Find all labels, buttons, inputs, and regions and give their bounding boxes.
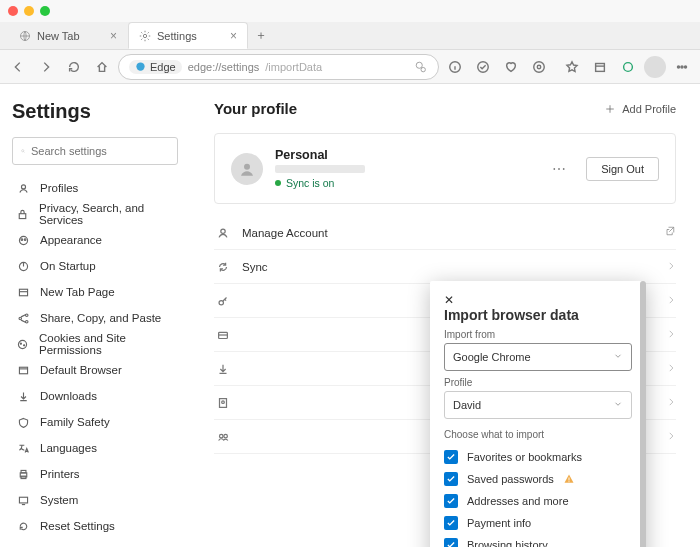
- close-icon[interactable]: ×: [230, 29, 237, 43]
- sync-dot-icon: [275, 180, 281, 186]
- svg-point-14: [22, 150, 24, 152]
- search-settings[interactable]: [12, 137, 178, 165]
- sidebar-item-appearance[interactable]: Appearance: [12, 227, 178, 253]
- page-title: Your profile: [214, 100, 297, 117]
- sidebar-item-label: Profiles: [40, 182, 78, 194]
- chevron-down-icon: [613, 399, 623, 411]
- sidebar-item-on-startup[interactable]: On Startup: [12, 253, 178, 279]
- external-link-icon: [664, 225, 676, 240]
- import-from-label: Import from: [444, 329, 632, 340]
- profile-card: Personal Sync is on ⋯ Sign Out: [214, 133, 676, 204]
- sidebar-item-label: Appearance: [40, 234, 102, 246]
- window-min-dot[interactable]: [24, 6, 34, 16]
- sidebar-item-downloads[interactable]: Downloads: [12, 383, 178, 409]
- avatar-icon: [231, 153, 263, 185]
- sidebar-item-new-tab-page[interactable]: New Tab Page: [12, 279, 178, 305]
- sidebar-item-system[interactable]: System: [12, 487, 178, 513]
- import-option-browsing-history[interactable]: Browsing history: [444, 534, 632, 547]
- checkbox-icon[interactable]: [444, 516, 458, 530]
- search-input[interactable]: [31, 145, 169, 157]
- checkbox-icon[interactable]: [444, 494, 458, 508]
- sidebar-title: Settings: [12, 100, 178, 123]
- profile-more-button[interactable]: ⋯: [544, 161, 574, 177]
- avatar-button[interactable]: [644, 56, 666, 78]
- tab-settings[interactable]: Settings ×: [128, 22, 248, 49]
- edge-badge-text: Edge: [150, 61, 176, 73]
- sidebar-item-phone-and-other-devices[interactable]: Phone and Other Devices: [12, 539, 178, 547]
- close-icon[interactable]: ×: [110, 29, 117, 43]
- import-from-select[interactable]: Google Chrome: [444, 343, 632, 371]
- extensions-icon[interactable]: [527, 55, 551, 79]
- svg-point-11: [677, 65, 679, 67]
- tab-add-button[interactable]: ＋: [248, 22, 274, 49]
- sidebar-item-printers[interactable]: Printers: [12, 461, 178, 487]
- sidebar-item-label: Downloads: [40, 390, 97, 402]
- sidebar-item-reset-settings[interactable]: Reset Settings: [12, 513, 178, 539]
- sidebar-item-share-copy-and-paste[interactable]: Share, Copy, and Paste: [12, 305, 178, 331]
- search-icon: [21, 145, 25, 157]
- favorites-icon[interactable]: [560, 55, 584, 79]
- heart-icon[interactable]: [499, 55, 523, 79]
- url-sub: /importData: [265, 61, 322, 73]
- checkbox-icon[interactable]: [444, 538, 458, 547]
- sidebar-item-languages[interactable]: Languages: [12, 435, 178, 461]
- warning-icon: [563, 473, 575, 485]
- titlebar: [0, 0, 700, 22]
- sidebar-item-family-safety[interactable]: Family Safety: [12, 409, 178, 435]
- card-icon: [214, 328, 232, 342]
- url-main: edge://settings: [188, 61, 260, 73]
- more-icon[interactable]: [670, 55, 694, 79]
- window-close-dot[interactable]: [8, 6, 18, 16]
- import-option-payment-info[interactable]: Payment info: [444, 512, 632, 534]
- svg-rect-43: [568, 478, 569, 481]
- svg-point-25: [18, 340, 26, 348]
- chevron-right-icon: [666, 294, 676, 308]
- sidebar-item-profiles[interactable]: Profiles: [12, 175, 178, 201]
- reload-button[interactable]: [62, 55, 86, 79]
- tracking-icon[interactable]: [414, 60, 428, 74]
- setting-row-sync[interactable]: Sync: [214, 250, 676, 284]
- tab-strip: New Tab × Settings × ＋: [0, 22, 700, 50]
- import-option-favorites-or-bookmarks[interactable]: Favorites or bookmarks: [444, 446, 632, 468]
- import-option-addresses-and-more[interactable]: Addresses and more: [444, 490, 632, 512]
- sync-icon: [214, 260, 232, 274]
- info-icon[interactable]: [443, 55, 467, 79]
- sync-status-text: Sync is on: [286, 177, 334, 189]
- svg-point-13: [684, 65, 686, 67]
- back-button[interactable]: [6, 55, 30, 79]
- wand-icon[interactable]: [471, 55, 495, 79]
- svg-point-4: [421, 67, 425, 71]
- chevron-right-icon: [666, 396, 676, 410]
- dialog-scrollbar[interactable]: [640, 281, 646, 547]
- import-option-saved-passwords[interactable]: Saved passwords: [444, 468, 632, 490]
- dialog-close-button[interactable]: ✕: [444, 293, 632, 307]
- setting-row-manage-account[interactable]: Manage Account: [214, 216, 676, 250]
- svg-point-41: [220, 434, 224, 438]
- sidebar-item-cookies-and-site-permissions[interactable]: Cookies and Site Permissions: [12, 331, 178, 357]
- profile-select[interactable]: David: [444, 391, 632, 419]
- tab-icon: [16, 285, 30, 299]
- home-button[interactable]: [90, 55, 114, 79]
- sync-circle-icon[interactable]: [616, 55, 640, 79]
- svg-rect-32: [19, 497, 27, 503]
- collections-icon[interactable]: [588, 55, 612, 79]
- address-bar[interactable]: Edge edge://settings/importData: [118, 54, 439, 80]
- lock-icon: [16, 207, 29, 221]
- sign-out-button[interactable]: Sign Out: [586, 157, 659, 181]
- sidebar-item-privacy-search-and-services[interactable]: Privacy, Search, and Services: [12, 201, 178, 227]
- svg-point-40: [222, 400, 225, 403]
- forward-button[interactable]: [34, 55, 58, 79]
- window-max-dot[interactable]: [40, 6, 50, 16]
- checkbox-icon[interactable]: [444, 472, 458, 486]
- checkbox-icon[interactable]: [444, 450, 458, 464]
- paint-icon: [16, 233, 30, 247]
- tab-new-tab[interactable]: New Tab ×: [8, 22, 128, 49]
- sync-status: Sync is on: [275, 177, 532, 189]
- sidebar-item-label: Share, Copy, and Paste: [40, 312, 161, 324]
- browser-icon: [16, 363, 30, 377]
- sidebar-item-default-browser[interactable]: Default Browser: [12, 357, 178, 383]
- dialog-title: Import browser data: [444, 307, 632, 323]
- scroll-thumb[interactable]: [640, 281, 646, 547]
- add-profile-button[interactable]: Add Profile: [604, 103, 676, 115]
- people-icon: [214, 430, 232, 444]
